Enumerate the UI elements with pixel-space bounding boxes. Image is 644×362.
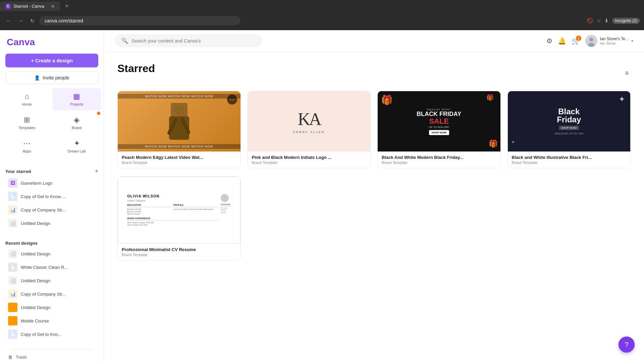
- trash-label: Trash: [16, 355, 27, 360]
- search-input[interactable]: [131, 38, 256, 44]
- nav-refresh-btn[interactable]: ↻: [28, 16, 37, 25]
- star-deco-1: ✦: [619, 95, 625, 104]
- sidebar-item-dreamlab[interactable]: ✦ Dream Lab: [53, 135, 101, 157]
- card-info-bf-bw: Black and White Illustrative Black Fri..…: [508, 152, 631, 168]
- gamefarm-icon: 🖼: [8, 178, 17, 188]
- nav-grid: ⌂ Home ▦ Projects ⊞ Templates ◈ Brand ⋯ …: [0, 85, 104, 160]
- cv-right-col: PROFILE Lorem ipsum dolor sit amet conse…: [173, 204, 218, 215]
- untitled-label: Untitled Design: [21, 221, 50, 226]
- bf-main-title: BLACK FRIDAY: [417, 111, 461, 117]
- recent-item-untitled2[interactable]: ⬜ Untitled Design: [5, 274, 98, 287]
- projects-icon: ▦: [73, 92, 80, 101]
- mobile-course-label: Mobile Course: [21, 318, 49, 323]
- starred-item-gamefarm[interactable]: 🖼 Gamefarm Logo: [5, 176, 98, 190]
- apps-icon: ⋯: [23, 139, 31, 148]
- download-icon[interactable]: ⬇: [604, 18, 609, 24]
- cv-layout: OLIVIA WILSON Graphic Designer EDUCATION…: [127, 194, 231, 226]
- apps-label: Apps: [23, 149, 31, 153]
- notifications-icon-btn[interactable]: 🔔: [558, 37, 566, 45]
- recent-item-untitled3[interactable]: 🟠 Untitled Design: [5, 301, 98, 314]
- card-subtitle-cv: Brand Template: [122, 253, 236, 257]
- starred-add-btn[interactable]: +: [95, 168, 98, 175]
- card-thumb-cv: OLIVIA WILSON Graphic Designer EDUCATION…: [118, 177, 240, 244]
- trash-item[interactable]: 🗑 Trash: [5, 352, 98, 362]
- browser-toolbar: ← → ↻ 🚫 ☆ ⬇ Incognito (2): [0, 12, 644, 29]
- cv-education-header: EDUCATION: [127, 204, 172, 206]
- sidebar-item-projects[interactable]: ▦ Projects: [53, 88, 101, 110]
- starred-item-copy-company-str[interactable]: 📊 Copy of Company Str...: [5, 203, 98, 217]
- recent-untitled2-icon: ⬜: [8, 276, 17, 285]
- copy-companystr2-label: Copy of Company Str...: [21, 292, 66, 297]
- browser-chrome: C Starred - Canva ✕ + ← → ↻ 🚫 ☆ ⬇ Incogn…: [0, 0, 644, 30]
- recent-item-mobile-course[interactable]: 🟠 Mobile Course: [5, 314, 98, 327]
- browser-actions: 🚫 ☆ ⬇ Incognito (2): [587, 18, 640, 24]
- cv-avatar: [221, 194, 229, 202]
- card-cv-resume[interactable]: OLIVIA WILSON Graphic Designer EDUCATION…: [117, 176, 241, 260]
- cv-left-col: EDUCATION Bachelor of DesignBachelor of …: [127, 204, 172, 215]
- untitled-icon: ⬜: [8, 219, 17, 228]
- cv-name: OLIVIA WILSON: [127, 194, 218, 198]
- invite-people-button[interactable]: 👤 Invite people: [5, 71, 98, 84]
- card-thumb-peach: WATCH NOW WATCH NOW WATCH NOW WA: [118, 91, 240, 152]
- dreamlab-label: Dream Lab: [68, 149, 86, 153]
- svg-point-2: [588, 43, 595, 47]
- cv-expertise-header: EXPERTISE: [221, 203, 231, 205]
- copy-gettoknow-label: Copy of Get to Know ...: [21, 194, 66, 199]
- starred-item-untitled[interactable]: ⬜ Untitled Design: [5, 217, 98, 230]
- divider-3: [11, 349, 93, 349]
- settings-icon-btn[interactable]: ⚙: [546, 37, 552, 45]
- help-button[interactable]: ?: [619, 337, 635, 353]
- card-bf-bw[interactable]: ✦ ✦ Black Friday SHOP NOW! DISCOUNT UP T…: [507, 91, 631, 168]
- gamefarm-label: Gamefarm Logo: [21, 181, 52, 186]
- brand-label: Brand: [72, 126, 82, 130]
- recent-item-copy-company-str2[interactable]: 📊 Copy of Company Str...: [5, 287, 98, 301]
- card-menu-btn[interactable]: ⋯: [227, 95, 237, 105]
- starred-item-copy-get-to-know[interactable]: 📄 Copy of Get to Know ...: [5, 190, 98, 203]
- recent-item-white-classic[interactable]: 📄 White Classic Clean R...: [5, 260, 98, 274]
- card-subtitle-peach: Brand Template: [122, 161, 236, 165]
- card-peach-video[interactable]: WATCH NOW WATCH NOW WATCH NOW WA: [117, 91, 241, 168]
- active-tab[interactable]: C Starred - Canva ✕: [0, 2, 60, 11]
- cv-edu-text: Bachelor of DesignBachelor of DesignMast…: [127, 208, 172, 215]
- sidebar-item-templates[interactable]: ⊞ Templates: [3, 112, 51, 134]
- list-view-toggle-btn[interactable]: ≡: [623, 68, 631, 79]
- card-bf-dark[interactable]: 🎁 🎁 🎁 Special Offer BLACK FRIDAY SALE UP…: [377, 91, 501, 168]
- recent-untitled1-label: Untitled Design: [21, 251, 50, 256]
- card-title-bf-dark: Black And White Modern Black Friday...: [382, 155, 496, 160]
- sidebar-item-home[interactable]: ⌂ Home: [3, 88, 51, 110]
- bookmark-icon[interactable]: ☆: [597, 18, 601, 24]
- copy-gettoknow-icon: 📄: [8, 192, 17, 201]
- main-content: 🔍 ⚙ 🔔 🛒 1 Ian Stone's Te... Ian Stone: [104, 30, 644, 362]
- recent-item-copy-gettoknow2[interactable]: 📄 Copy of Get to Kno...: [5, 327, 98, 341]
- top-bar: 🔍 ⚙ 🔔 🛒 1 Ian Stone's Te... Ian Stone: [104, 30, 644, 52]
- card-subtitle-bf-bw: Brand Template: [512, 161, 627, 165]
- cart-icon-btn[interactable]: 🛒 1: [572, 37, 580, 45]
- create-design-button[interactable]: + Create a design: [5, 54, 98, 67]
- initials-subtext: KERRY ALLEN: [293, 130, 325, 134]
- sidebar-item-brand[interactable]: ◈ Brand: [53, 112, 101, 134]
- designs-grid-row2: OLIVIA WILSON Graphic Designer EDUCATION…: [117, 176, 631, 260]
- gift-deco-1: 🎁: [381, 95, 393, 106]
- recent-item-untitled1[interactable]: ⬜ Untitled Design: [5, 247, 98, 260]
- nav-back-btn[interactable]: ←: [4, 16, 13, 25]
- starred-section-title: Your starred: [5, 169, 31, 174]
- incognito-badge: Incognito (2): [612, 18, 640, 24]
- bw-friday-text: Friday: [554, 116, 583, 124]
- card-pink-initials[interactable]: KA KERRY ALLEN Pink and Black Modern Ini…: [248, 91, 371, 168]
- address-bar[interactable]: [39, 16, 240, 25]
- copy-gettoknow2-icon: 📄: [8, 329, 17, 339]
- user-name: Ian Stone's Te...: [600, 37, 629, 41]
- nav-forward-btn[interactable]: →: [16, 16, 25, 25]
- gift-deco-3: 🎁: [486, 94, 494, 101]
- trash-icon: 🗑: [8, 355, 12, 360]
- cv-exp-header: WORK EXPERIENCE: [127, 217, 218, 220]
- bw-text-content: Black Friday SHOP NOW! DISCOUNT UP TO 70…: [551, 104, 587, 138]
- card-info-pink: Pink and Black Modern Initials Logo ... …: [248, 152, 371, 168]
- user-menu[interactable]: Ian Stone's Te... Ian Stone ▾: [585, 35, 633, 47]
- new-tab-btn[interactable]: +: [62, 1, 72, 12]
- sidebar-item-apps[interactable]: ⋯ Apps: [3, 135, 51, 157]
- cv-expertise-divider: [221, 206, 231, 206]
- cv-profile-header: PROFILE: [173, 204, 218, 206]
- tab-close-btn[interactable]: ✕: [51, 4, 55, 9]
- templates-icon: ⊞: [24, 116, 30, 124]
